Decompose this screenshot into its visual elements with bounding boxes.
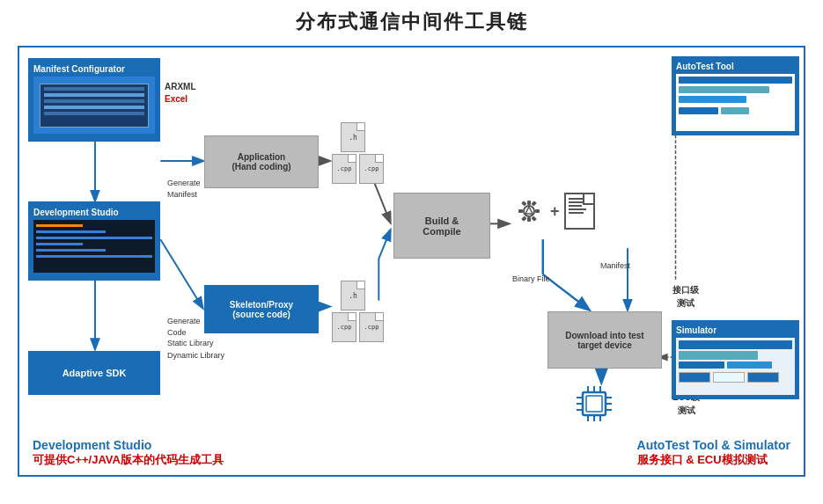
svg-line-8	[378, 230, 390, 259]
autotest-small-2	[721, 107, 749, 114]
gear-icon	[512, 194, 546, 228]
page-title: 分布式通信中间件工具链	[18, 9, 805, 35]
screen-line-2	[44, 93, 144, 97]
code-line-4	[36, 243, 83, 245]
skeleton-proxy-label: Skeleton/Proxy(source code)	[230, 300, 293, 319]
skeleton-proxy-box: Skeleton/Proxy(source code)	[204, 285, 319, 333]
doc-icon	[564, 193, 595, 230]
svg-marker-17	[525, 207, 533, 214]
screen-line-1	[44, 87, 144, 91]
download-target-label: Download into testtarget device	[565, 331, 643, 350]
simulator-box: Simulator	[672, 320, 799, 399]
manifest-configurator-label: Manifest Configurator	[33, 64, 125, 74]
development-studio-box: Development Studio	[28, 201, 160, 281]
file-icon-h2: .h	[341, 281, 365, 310]
file-icon-cpp2: .cpp	[359, 154, 384, 184]
svg-rect-25	[521, 215, 526, 221]
label-generate-code: GenerateCode	[167, 316, 201, 338]
bottom-left-title: Development Studio	[33, 438, 224, 452]
svg-rect-20	[535, 209, 540, 213]
svg-line-3	[160, 239, 202, 307]
doc-line-3	[569, 205, 582, 207]
file-icon-cpp3: .cpp	[332, 312, 356, 342]
file-icon-h1: .h	[341, 122, 365, 152]
file-h-label: .h	[349, 134, 357, 142]
doc-line-1	[569, 198, 586, 200]
svg-rect-27	[586, 396, 602, 412]
bottom-left: Development Studio 可提供C++/JAVA版本的代码生成工具	[33, 438, 224, 468]
label-generate-manifest: GenerateManifest	[167, 178, 201, 200]
sim-block-2	[679, 351, 758, 360]
svg-rect-21	[518, 209, 523, 213]
svg-rect-22	[531, 201, 536, 206]
gen-code-text: GenerateCode	[167, 317, 201, 337]
label-interface-test: 接口级测试	[672, 283, 699, 310]
sim-cell-1	[679, 372, 710, 383]
file-icons-bottom: .h .cpp .cpp	[332, 281, 384, 342]
development-studio-label: Development Studio	[33, 208, 119, 217]
manifest-screen-area	[33, 77, 155, 134]
file-h2-label: .h	[349, 292, 357, 300]
devstudio-screen	[33, 220, 155, 273]
arxml-text: ARXML	[165, 82, 196, 91]
build-compile-box: Build &Compile	[393, 193, 490, 259]
file-cpp3-label: .cpp	[337, 324, 352, 331]
sim-row	[679, 362, 792, 369]
simulator-label: Simulator	[676, 325, 716, 335]
svg-rect-18	[527, 201, 531, 205]
file-icon-cpp4: .cpp	[359, 312, 384, 342]
manifest-configurator-box: Manifest Configurator	[28, 58, 160, 142]
doc-line-2	[569, 201, 586, 203]
build-compile-label: Build &Compile	[423, 215, 460, 237]
application-label: Application(Hand coding)	[231, 152, 290, 172]
autotest-inner	[676, 74, 795, 131]
autotest-bar-2	[679, 86, 769, 93]
bottom-left-subtitle: 可提供C++/JAVA版本的代码生成工具	[33, 452, 224, 468]
file-icons-top: .h .cpp .cpp	[332, 122, 384, 184]
interface-test-text: 接口级测试	[672, 285, 699, 308]
svg-rect-19	[527, 217, 531, 222]
doc-line-4	[569, 208, 586, 210]
file-icon-cpp1: .cpp	[332, 154, 356, 184]
autotest-bar-3	[679, 96, 746, 103]
chip-icon-area	[572, 382, 616, 429]
svg-rect-23	[521, 201, 526, 206]
screen-line-4	[44, 106, 144, 109]
sim-block-4	[727, 362, 773, 369]
bottom-right-title: AutoTest Tool & Simulator	[637, 438, 790, 452]
static-lib-text: Static LibraryDynamic Library	[167, 339, 224, 360]
screen-line-5	[44, 112, 144, 115]
download-target-box: Download into testtarget device	[547, 311, 662, 369]
gear-doc-area: +	[512, 193, 595, 230]
bottom-right: AutoTest Tool & Simulator 服务接口 & ECU模拟测试	[637, 438, 790, 468]
manifest-label-text: Manifest	[600, 261, 630, 270]
label-binary-file: Binary File	[512, 274, 550, 283]
application-box: Application(Hand coding)	[204, 135, 319, 188]
label-static-dynamic: Static LibraryDynamic Library	[167, 338, 224, 362]
label-arxml: ARXML Excel	[165, 81, 196, 106]
autotest-small-1	[679, 107, 718, 114]
autotest-tool-label: AutoTest Tool	[676, 62, 734, 71]
sim-cell-3	[747, 372, 779, 383]
file-cpp-label: .cpp	[337, 165, 352, 172]
code-line-5	[36, 249, 106, 252]
sim-cell-2	[713, 372, 745, 383]
code-line-2	[36, 230, 106, 233]
excel-text: Excel	[165, 94, 187, 104]
bottom-labels: Development Studio 可提供C++/JAVA版本的代码生成工具 …	[19, 438, 804, 468]
svg-rect-24	[531, 215, 536, 221]
doc-line-5	[569, 212, 584, 214]
sim-block-1	[679, 340, 792, 349]
adaptive-sdk-box: Adaptive SDK	[28, 351, 160, 395]
screen-line-3	[44, 99, 144, 103]
file-cpp4-label: .cpp	[364, 324, 379, 331]
chip-icon	[572, 382, 616, 426]
code-line-1	[36, 224, 83, 227]
adaptive-sdk-label: Adaptive SDK	[62, 368, 127, 378]
binary-file-text: Binary File	[512, 274, 550, 283]
autotest-bar-1	[679, 77, 792, 84]
manifest-screen	[40, 84, 149, 128]
bottom-right-subtitle: 服务接口 & ECU模拟测试	[637, 452, 790, 468]
gen-manifest-text: GenerateManifest	[167, 179, 201, 199]
code-line-3	[36, 237, 152, 239]
